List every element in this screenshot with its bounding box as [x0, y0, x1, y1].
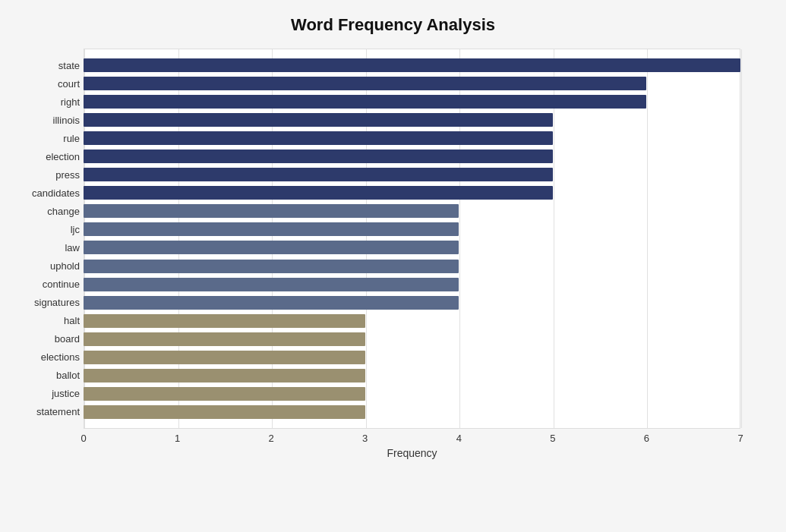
x-axis: Frequency 01234567 [84, 429, 740, 459]
bar [84, 77, 646, 90]
x-tick: 1 [175, 433, 180, 444]
bar [84, 204, 459, 218]
bar-label: candidates [8, 187, 80, 199]
bar [84, 405, 365, 419]
x-tick: 5 [550, 433, 555, 444]
bar [84, 222, 459, 236]
bar-label: elections [8, 351, 80, 363]
bar [84, 387, 365, 401]
bar [84, 369, 365, 382]
bar-row: statement [84, 404, 740, 420]
bar-label: justice [8, 388, 80, 399]
bar [84, 260, 459, 273]
x-tick: 7 [737, 433, 743, 444]
bar-row: right [84, 93, 740, 110]
bar-label: uphold [8, 260, 80, 272]
bar [84, 168, 553, 181]
chart-container: Word Frequency Analysis statecourtrighti… [0, 0, 786, 532]
bar-row: illinois [84, 112, 740, 128]
bar-row: continue [84, 276, 740, 293]
bar [84, 314, 365, 328]
bar-label: signatures [8, 297, 80, 308]
bar-label: press [8, 169, 80, 181]
bar-label: board [8, 333, 80, 345]
bar-label: law [8, 242, 80, 253]
bar-label: statement [8, 406, 80, 417]
x-tick: 2 [269, 433, 274, 444]
x-tick: 4 [456, 433, 462, 444]
bar-row: state [84, 57, 740, 74]
x-tick: 3 [362, 433, 368, 444]
bar-label: court [8, 78, 80, 90]
x-axis-label: Frequency [387, 447, 437, 459]
bar-row: rule [84, 130, 740, 146]
grid-line [741, 49, 742, 428]
bar-row: elections [84, 349, 740, 366]
bar [84, 58, 740, 72]
bar [84, 241, 459, 254]
x-tick: 0 [80, 433, 86, 444]
bar-row: justice [84, 386, 740, 402]
bar-label: change [8, 206, 80, 217]
bar-label: ljc [8, 224, 80, 235]
bar-label: election [8, 151, 80, 162]
bar [84, 351, 365, 364]
bar [84, 278, 459, 291]
bar-row: election [84, 148, 740, 165]
bar [84, 296, 459, 310]
bar-row: ballot [84, 367, 740, 384]
bar-row: board [84, 331, 740, 348]
bar-row: signatures [84, 294, 740, 311]
bar-row: change [84, 203, 740, 219]
bar [84, 186, 553, 200]
bar-label: rule [8, 133, 80, 144]
bar [84, 150, 553, 163]
chart-title: Word Frequency Analysis [46, 15, 740, 35]
bar-row: law [84, 239, 740, 256]
bar-label: continue [8, 279, 80, 290]
bar-row: uphold [84, 258, 740, 275]
bar-row: candidates [84, 184, 740, 201]
bar-row: court [84, 75, 740, 92]
bar [84, 95, 646, 109]
chart-area: statecourtrightillinoisruleelectionpress… [84, 49, 740, 459]
bar [84, 131, 553, 145]
bar-label: ballot [8, 370, 80, 381]
bar-label: right [8, 96, 80, 108]
bar-row: ljc [84, 221, 740, 238]
bar [84, 332, 365, 346]
bar [84, 113, 553, 127]
bar-label: halt [8, 315, 80, 326]
bars-wrapper: statecourtrightillinoisruleelectionpress… [84, 49, 740, 429]
bar-label: state [8, 60, 80, 71]
x-tick: 6 [644, 433, 649, 444]
bar-row: halt [84, 313, 740, 329]
bar-row: press [84, 166, 740, 183]
bar-label: illinois [8, 115, 80, 126]
